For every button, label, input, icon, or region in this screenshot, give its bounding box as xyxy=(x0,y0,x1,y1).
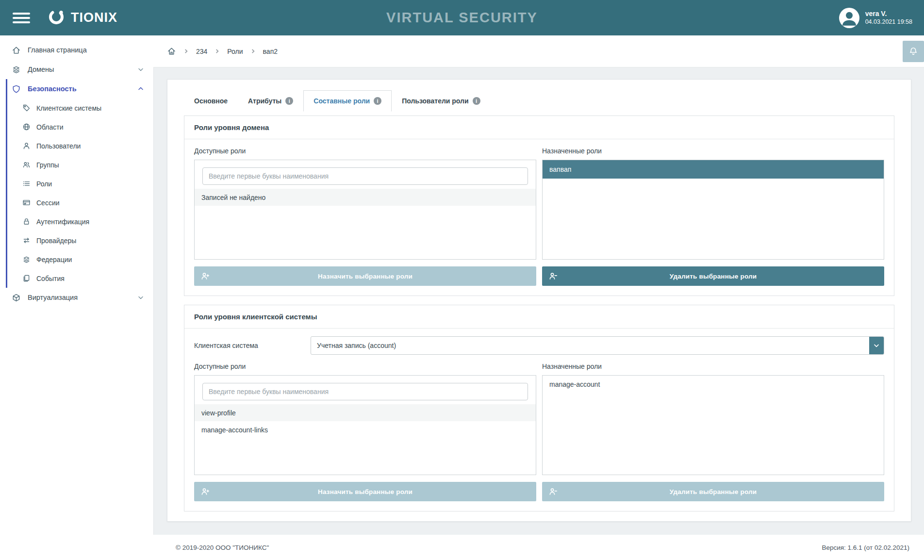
sidebar-item-label: Виртуализация xyxy=(28,294,130,301)
breadcrumb-home-link[interactable] xyxy=(167,47,176,56)
notifications-button[interactable] xyxy=(903,41,924,62)
client-system-roles-panel: Роли уровня клиентской системы Клиентска… xyxy=(184,305,894,511)
breadcrumb: 234 Роли вап2 xyxy=(153,35,924,67)
user-info: vera V. 04.03.2021 19:58 xyxy=(865,9,912,26)
assigned-role-item[interactable]: вапвап xyxy=(543,160,884,179)
available-roles-label: Доступные роли xyxy=(194,147,536,155)
sidebar-item-security[interactable]: Безопасность xyxy=(7,79,153,99)
breadcrumb-current: вап2 xyxy=(263,48,278,55)
sidebar-item-label: Сессии xyxy=(36,199,145,207)
role-detail-card: Основное Атрибуты i Составные роли i Пол… xyxy=(167,79,911,522)
sidebar-item-label: Области xyxy=(36,123,145,131)
chevron-up-icon xyxy=(137,85,145,93)
stack-icon xyxy=(22,255,31,264)
sidebar-item-virtualization[interactable]: Виртуализация xyxy=(0,288,153,307)
available-role-item[interactable]: manage-account-links xyxy=(195,421,536,438)
sidebar-item-sessions[interactable]: Сессии xyxy=(7,193,153,212)
globe-icon xyxy=(22,123,31,131)
available-roles-search-input[interactable] xyxy=(202,383,528,400)
info-icon[interactable]: i xyxy=(374,97,381,105)
panel-title: Роли уровня клиентской системы xyxy=(184,305,894,329)
person-minus-icon xyxy=(549,487,558,496)
exchange-arrows-icon xyxy=(22,236,31,245)
footer: © 2019-2020 ООО "ТИОНИКС" Версия: 1.6.1 … xyxy=(153,535,924,560)
sidebar-nav: Главная страница Домены Безопасность Кли… xyxy=(0,35,153,560)
info-icon[interactable]: i xyxy=(473,97,480,105)
tab-composite-roles[interactable]: Составные роли i xyxy=(303,90,392,112)
sidebar-item-providers[interactable]: Провайдеры xyxy=(7,231,153,250)
remove-button-label: Удалить выбранные роли xyxy=(558,488,869,495)
tab-label: Составные роли xyxy=(314,97,370,105)
list-icon xyxy=(22,180,31,188)
panel-title: Роли уровня домена xyxy=(184,116,894,139)
cube-icon xyxy=(12,293,21,302)
person-plus-icon xyxy=(201,487,210,496)
empty-results-text: Записей не найдено xyxy=(195,189,536,206)
user-menu[interactable]: vera V. 04.03.2021 19:58 xyxy=(839,8,912,28)
assign-selected-roles-button[interactable]: Назначить выбранные роли xyxy=(194,482,536,501)
remove-selected-roles-button[interactable]: Удалить выбранные роли xyxy=(542,266,884,286)
assigned-roles-column: Назначенные роли manage-account Удалить … xyxy=(542,355,884,501)
assigned-roles-column: Назначенные роли вапвап Удалить выбранны… xyxy=(542,139,884,286)
available-roles-search-input[interactable] xyxy=(202,167,528,185)
menu-toggle-button[interactable] xyxy=(13,13,30,23)
sidebar-item-label: Провайдеры xyxy=(36,237,145,245)
client-system-selected-value: Учетная запись (account) xyxy=(311,342,869,349)
sidebar-item-home[interactable]: Главная страница xyxy=(0,40,153,60)
sidebar-item-label: Главная страница xyxy=(28,46,145,54)
home-icon xyxy=(12,46,21,55)
sidebar-item-events[interactable]: События xyxy=(7,269,153,288)
sidebar-item-label: Безопасность xyxy=(28,85,130,93)
sidebar-item-groups[interactable]: Группы xyxy=(7,155,153,174)
page-title: VIRTUAL SECURITY xyxy=(386,10,538,26)
assign-button-label: Назначить выбранные роли xyxy=(210,273,521,280)
brand: TIONIX xyxy=(47,7,117,29)
chevron-down-icon xyxy=(869,337,884,354)
sidebar-item-client-systems[interactable]: Клиентские системы xyxy=(7,99,153,117)
sidebar-item-label: Роли xyxy=(36,180,145,188)
bell-icon xyxy=(908,47,918,56)
assigned-role-item[interactable]: manage-account xyxy=(543,376,884,393)
sidebar-item-label: Федерации xyxy=(36,256,145,264)
breadcrumb-item[interactable]: Роли xyxy=(227,48,243,55)
assigned-roles-label: Назначенные роли xyxy=(542,362,884,370)
tab-main[interactable]: Основное xyxy=(184,90,238,112)
available-roles-column: Доступные роли Записей не найдено Н xyxy=(194,139,536,286)
tab-bar: Основное Атрибуты i Составные роли i Пол… xyxy=(184,90,894,112)
remove-selected-roles-button[interactable]: Удалить выбранные роли xyxy=(542,482,884,501)
tab-label: Основное xyxy=(194,97,228,105)
sidebar-item-label: Клиентские системы xyxy=(36,104,145,112)
tag-icon xyxy=(22,104,31,112)
chevron-right-icon xyxy=(214,49,220,54)
sidebar-item-users[interactable]: Пользователи xyxy=(7,136,153,155)
sidebar-item-federations[interactable]: Федерации xyxy=(7,250,153,269)
user-avatar-icon xyxy=(839,8,859,28)
info-icon[interactable]: i xyxy=(285,97,293,105)
sidebar-group-security: Безопасность Клиентские системы Области … xyxy=(6,79,153,288)
available-role-item[interactable]: view-profile xyxy=(195,404,536,421)
assign-selected-roles-button[interactable]: Назначить выбранные роли xyxy=(194,266,536,286)
sidebar-item-label: События xyxy=(36,275,145,282)
available-roles-label: Доступные роли xyxy=(194,362,536,370)
sidebar-item-areas[interactable]: Области xyxy=(7,117,153,136)
client-system-select[interactable]: Учетная запись (account) xyxy=(311,336,884,355)
assigned-roles-listbox: вапвап xyxy=(542,160,884,260)
chevron-right-icon xyxy=(250,49,256,54)
copyright-text: © 2019-2020 ООО "ТИОНИКС" xyxy=(176,544,269,551)
breadcrumb-item[interactable]: 234 xyxy=(196,48,207,55)
assigned-roles-listbox: manage-account xyxy=(542,375,884,475)
home-icon xyxy=(167,47,176,56)
sidebar-item-roles[interactable]: Роли xyxy=(7,174,153,193)
tab-role-users[interactable]: Пользователи роли i xyxy=(392,90,490,112)
shield-icon xyxy=(12,84,21,94)
user-icon xyxy=(22,142,31,150)
chevron-down-icon xyxy=(137,66,145,73)
remove-button-label: Удалить выбранные роли xyxy=(558,273,869,280)
available-roles-column: Доступные роли view-profile manage-accou… xyxy=(194,355,536,501)
id-card-icon xyxy=(22,198,31,207)
tab-attributes[interactable]: Атрибуты i xyxy=(238,90,303,112)
sidebar-item-domains[interactable]: Домены xyxy=(0,60,153,79)
sidebar-item-authentication[interactable]: Аутентификация xyxy=(7,212,153,231)
users-icon xyxy=(22,161,31,169)
lock-icon xyxy=(22,217,31,226)
